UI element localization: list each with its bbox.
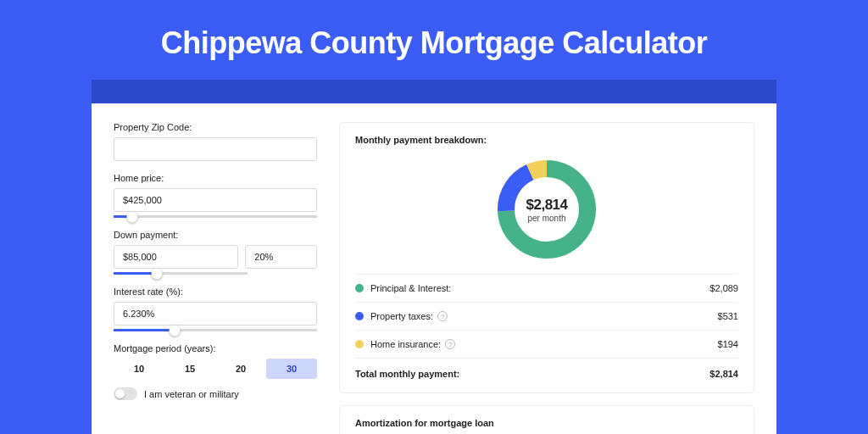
breakdown-card: Monthly payment breakdown: $2,814 per mo… [339, 122, 754, 393]
home-price-slider[interactable] [114, 215, 317, 218]
pt-value: $531 [718, 311, 738, 321]
breakdown-row-pt: Property taxes: ? $531 [355, 302, 738, 330]
calculator-panel: Property Zip Code: Home price: Down paym… [92, 103, 776, 434]
results-column: Monthly payment breakdown: $2,814 per mo… [339, 122, 754, 434]
home-price-input[interactable] [114, 188, 317, 212]
info-icon[interactable]: ? [437, 311, 448, 321]
total-label: Total monthly payment: [355, 369, 709, 379]
zip-input[interactable] [114, 137, 317, 161]
period-option-15[interactable]: 15 [164, 359, 215, 379]
period-options: 10 15 20 30 [114, 359, 317, 379]
hi-label: Home insurance: [370, 339, 441, 349]
pi-value: $2,089 [709, 283, 738, 293]
period-option-10[interactable]: 10 [114, 359, 164, 379]
down-payment-group: Down payment: [114, 230, 317, 275]
zip-label: Property Zip Code: [114, 122, 317, 132]
donut-amount: $2,814 [526, 197, 568, 214]
veteran-toggle[interactable] [114, 387, 137, 400]
veteran-label: I am veteran or military [144, 389, 239, 399]
breakdown-total-row: Total monthly payment: $2,814 [355, 358, 738, 381]
period-group: Mortgage period (years): 10 15 20 30 [114, 343, 317, 379]
zip-group: Property Zip Code: [114, 122, 317, 161]
down-payment-label: Down payment: [114, 230, 317, 240]
pt-label: Property taxes: [370, 311, 433, 321]
home-price-label: Home price: [114, 173, 317, 183]
period-option-20[interactable]: 20 [215, 359, 266, 379]
page-title: Chippewa County Mortgage Calculator [0, 0, 868, 80]
breakdown-row-pi: Principal & Interest: $2,089 [355, 274, 738, 302]
breakdown-row-hi: Home insurance: ? $194 [355, 330, 738, 358]
down-payment-pct-input[interactable] [245, 245, 317, 269]
hi-value: $194 [718, 339, 738, 349]
donut-chart: $2,814 per month [494, 157, 599, 262]
total-value: $2,814 [709, 369, 738, 379]
period-option-30[interactable]: 30 [266, 359, 317, 379]
rate-slider[interactable] [114, 329, 317, 331]
home-price-group: Home price: [114, 173, 317, 218]
legend-dot-pt [355, 312, 364, 320]
legend-dot-hi [355, 340, 364, 348]
amortization-title: Amortization for mortgage loan [355, 418, 738, 428]
period-label: Mortgage period (years): [114, 343, 317, 353]
header-band [92, 80, 776, 103]
legend-dot-pi [355, 284, 364, 292]
info-icon[interactable]: ? [445, 339, 455, 349]
breakdown-title: Monthly payment breakdown: [355, 135, 738, 145]
amortization-card: Amortization for mortgage loan Amortizat… [339, 405, 754, 434]
rate-input[interactable] [114, 302, 317, 326]
down-payment-slider[interactable] [114, 272, 248, 275]
veteran-row: I am veteran or military [114, 387, 317, 400]
donut-chart-wrap: $2,814 per month [355, 153, 738, 274]
inputs-column: Property Zip Code: Home price: Down paym… [114, 122, 317, 434]
rate-group: Interest rate (%): [114, 287, 317, 331]
pi-label: Principal & Interest: [370, 283, 451, 293]
rate-label: Interest rate (%): [114, 287, 317, 297]
donut-per-month: per month [527, 214, 565, 223]
down-payment-amount-input[interactable] [114, 245, 238, 269]
